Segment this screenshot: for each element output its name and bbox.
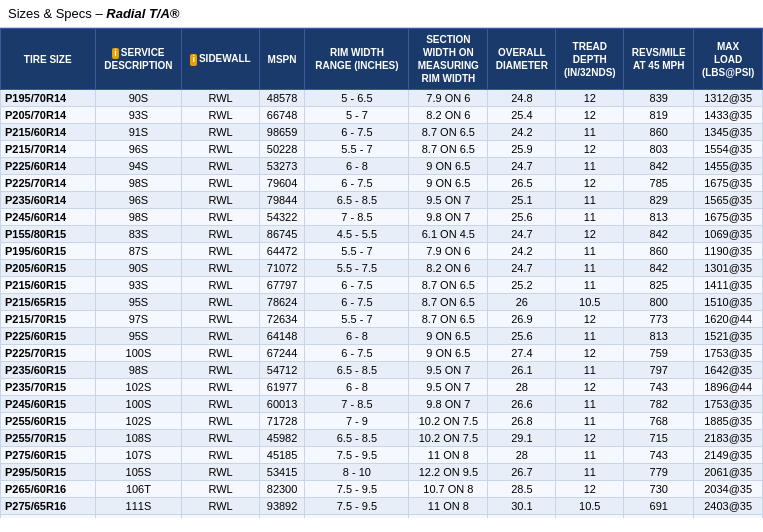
table-cell: 829 bbox=[624, 192, 694, 209]
table-cell: 10.5 bbox=[556, 294, 624, 311]
table-cell: 842 bbox=[624, 260, 694, 277]
table-cell: 842 bbox=[624, 226, 694, 243]
table-container: TIRE SIZE iSERVICEDESCRIPTION iSIDEWALL … bbox=[0, 28, 763, 518]
table-cell: 98S bbox=[95, 209, 182, 226]
table-cell: P215/60R14 bbox=[1, 124, 96, 141]
table-row: P225/70R1498SRWL796046 - 7.59 ON 6.526.5… bbox=[1, 175, 763, 192]
table-cell: 108S bbox=[95, 430, 182, 447]
table-cell: 743 bbox=[624, 379, 694, 396]
table-cell: 8.7 ON 6.5 bbox=[409, 277, 488, 294]
table-cell: 28 bbox=[488, 379, 556, 396]
table-cell: P215/65R15 bbox=[1, 294, 96, 311]
table-cell: 1675@35 bbox=[694, 175, 763, 192]
table-cell: 9 ON 6.5 bbox=[409, 328, 488, 345]
table-cell: 100S bbox=[95, 396, 182, 413]
service-info-icon[interactable]: i bbox=[112, 48, 119, 60]
table-cell: 71728 bbox=[259, 413, 305, 430]
table-cell: 53273 bbox=[259, 158, 305, 175]
th-revs-mile: REVS/MILEAT 45 MPH bbox=[624, 29, 694, 90]
table-cell: 11 ON 8 bbox=[409, 447, 488, 464]
table-cell: 64148 bbox=[259, 328, 305, 345]
table-cell: 8.2 ON 6 bbox=[409, 107, 488, 124]
table-cell: RWL bbox=[182, 498, 259, 515]
table-cell: 26.9 bbox=[488, 311, 556, 328]
table-cell: 1896@44 bbox=[694, 379, 763, 396]
table-cell: 11 bbox=[556, 413, 624, 430]
table-cell: RWL bbox=[182, 345, 259, 362]
sidewall-info-icon[interactable]: i bbox=[190, 54, 197, 66]
table-cell: 7 - 9 bbox=[305, 413, 409, 430]
table-row: P245/60R15100SRWL600137 - 8.59.8 ON 726.… bbox=[1, 396, 763, 413]
table-cell: 78624 bbox=[259, 294, 305, 311]
table-cell: 12 bbox=[556, 90, 624, 107]
table-cell: 93892 bbox=[259, 498, 305, 515]
table-cell: 12 bbox=[556, 311, 624, 328]
table-cell: 30.1 bbox=[488, 498, 556, 515]
table-cell: 83S bbox=[95, 226, 182, 243]
table-row: P225/60R1595SRWL641486 - 89 ON 6.525.611… bbox=[1, 328, 763, 345]
table-row: P265/60R16106TRWL823007.5 - 9.510.7 ON 8… bbox=[1, 481, 763, 498]
table-cell: 12 bbox=[556, 345, 624, 362]
table-row: P255/60R15102SRWL717287 - 910.2 ON 7.526… bbox=[1, 413, 763, 430]
table-cell: 98S bbox=[95, 175, 182, 192]
table-cell: 797 bbox=[624, 362, 694, 379]
table-cell: 9.8 ON 7 bbox=[409, 396, 488, 413]
table-row: P205/70R1493SRWL667485 - 78.2 ON 625.412… bbox=[1, 107, 763, 124]
table-cell: 95S bbox=[95, 294, 182, 311]
table-cell: 7.9 ON 6 bbox=[409, 90, 488, 107]
table-cell: 8.7 ON 6.5 bbox=[409, 311, 488, 328]
table-row: P245/60R1498SRWL543227 - 8.59.8 ON 725.6… bbox=[1, 209, 763, 226]
table-cell: 50228 bbox=[259, 141, 305, 158]
table-cell: 111S bbox=[95, 498, 182, 515]
table-cell: 813 bbox=[624, 328, 694, 345]
table-cell: 24.2 bbox=[488, 243, 556, 260]
table-row: P215/60R1593SRWL677976 - 7.58.7 ON 6.525… bbox=[1, 277, 763, 294]
table-cell: 9.8 ON 7 bbox=[409, 209, 488, 226]
table-cell: 6.5 - 8.5 bbox=[305, 430, 409, 447]
table-cell: 12 bbox=[556, 481, 624, 498]
table-cell: 10.7 ON 8 bbox=[409, 481, 488, 498]
table-cell: 1069@35 bbox=[694, 226, 763, 243]
table-cell: 24.7 bbox=[488, 226, 556, 243]
table-cell: 779 bbox=[624, 464, 694, 481]
table-cell: 768 bbox=[624, 413, 694, 430]
table-row: P215/65R1595SRWL786246 - 7.58.7 ON 6.526… bbox=[1, 294, 763, 311]
table-cell: 5.5 - 7 bbox=[305, 141, 409, 158]
table-cell: 1675@35 bbox=[694, 209, 763, 226]
table-row: P235/70R15102SRWL619776 - 89.5 ON 728127… bbox=[1, 379, 763, 396]
table-cell: 25.9 bbox=[488, 141, 556, 158]
table-cell: 79604 bbox=[259, 175, 305, 192]
table-cell: 12 bbox=[556, 226, 624, 243]
table-cell: P265/60R16 bbox=[1, 481, 96, 498]
table-cell: 24.8 bbox=[488, 90, 556, 107]
table-cell: 11 ON 8 bbox=[409, 498, 488, 515]
table-cell: RWL bbox=[182, 430, 259, 447]
table-cell: 11 bbox=[556, 209, 624, 226]
table-cell: 6 - 7.5 bbox=[305, 345, 409, 362]
table-cell: 27.4 bbox=[488, 345, 556, 362]
table-cell: 25.2 bbox=[488, 277, 556, 294]
table-cell: 9 ON 6.5 bbox=[409, 345, 488, 362]
table-cell: 26.5 bbox=[488, 175, 556, 192]
table-cell: 1554@35 bbox=[694, 141, 763, 158]
th-tread-depth: TREADDEPTH(IN/32NDS) bbox=[556, 29, 624, 90]
table-cell: 705 bbox=[624, 515, 694, 519]
table-cell: RWL bbox=[182, 260, 259, 277]
table-cell: 10.5 bbox=[556, 498, 624, 515]
table-cell: 90S bbox=[95, 260, 182, 277]
table-cell: RWL bbox=[182, 209, 259, 226]
table-cell: 803 bbox=[624, 141, 694, 158]
table-cell: 1190@35 bbox=[694, 243, 763, 260]
table-cell: 9 ON 6.5 bbox=[409, 175, 488, 192]
table-cell: 97S bbox=[95, 311, 182, 328]
table-cell: P215/70R15 bbox=[1, 311, 96, 328]
title-name: Radial T/A® bbox=[106, 6, 179, 21]
table-cell: P235/60R14 bbox=[1, 192, 96, 209]
table-cell: 45185 bbox=[259, 447, 305, 464]
table-cell: 100S bbox=[95, 345, 182, 362]
table-cell: P155/80R15 bbox=[1, 226, 96, 243]
table-row: P275/60R15107SRWL451857.5 - 9.511 ON 828… bbox=[1, 447, 763, 464]
table-cell: 25.4 bbox=[488, 107, 556, 124]
table-cell: 785 bbox=[624, 175, 694, 192]
table-cell: 715 bbox=[624, 430, 694, 447]
